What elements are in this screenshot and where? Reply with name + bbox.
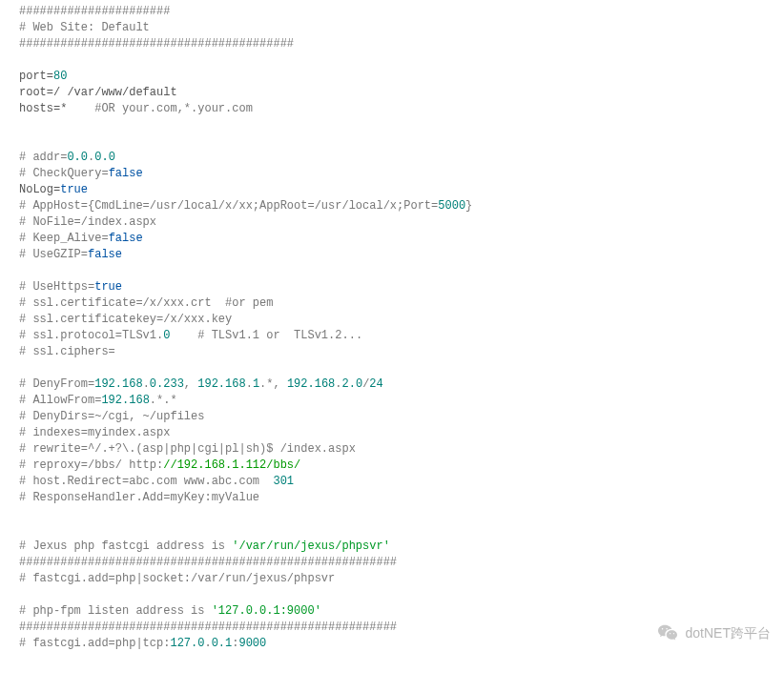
config-line: NoLog=true [19, 182, 780, 198]
config-line: # ssl.ciphers= [19, 344, 780, 360]
config-line: ###################### [19, 4, 780, 20]
config-line: root=/ /var/www/default [19, 85, 780, 101]
blank-line [19, 133, 780, 150]
config-line: # AppHost={CmdLine=/usr/local/x/xx;AppRo… [19, 198, 780, 214]
config-line: # NoFile=/index.aspx [19, 214, 780, 231]
config-line: # UseGZIP=false [19, 247, 780, 263]
inline-comment: #or pem [225, 296, 273, 310]
blank-line [19, 117, 780, 133]
ip-segment: 0.0 [94, 151, 115, 164]
commented-key: # reproxy=/bbs/ http: [19, 458, 163, 472]
http-status: 301 [273, 475, 294, 488]
config-line: # ssl.certificate=/x/xxx.crt #or pem [19, 295, 780, 312]
commented-key: # host.Redirect=abc.com www.abc.com [19, 475, 273, 488]
section-divider: ########################################… [19, 621, 397, 634]
config-line: # AllowFrom=192.168.*.* [19, 393, 780, 409]
config-line: ######################################## [19, 36, 780, 52]
ip-segment: 127.0 [170, 637, 204, 650]
config-line: # php-fpm listen address is '127.0.0.1:9… [19, 603, 780, 620]
commented-key: # AppHost={CmdLine=/usr/local/x/xx;AppRo… [19, 199, 438, 213]
config-line: # DenyFrom=192.168.0.233, 192.168.1.*, 1… [19, 377, 780, 393]
config-line: # Jexus php fastcgi address is '/var/run… [19, 539, 780, 555]
blank-line [19, 522, 780, 539]
value-port: 5000 [438, 199, 465, 213]
key-root: root=/ /var/www/default [19, 86, 177, 99]
value-true: true [94, 280, 122, 294]
ip-segment: 1 [253, 377, 259, 391]
config-line: # UseHttps=true [19, 279, 780, 295]
blank-line [19, 263, 780, 279]
watermark-text: dotNET跨平台 [686, 625, 771, 641]
inline-comment: # TLSv1.1 or TLSv1.2... [197, 329, 362, 342]
ip-segment: 0.1 [212, 637, 233, 650]
key-nolog: NoLog= [19, 183, 60, 196]
config-line: hosts=* #OR your.com,*.your.com [19, 101, 780, 117]
value-false: false [109, 232, 143, 245]
watermark: dotNET跨平台 [657, 623, 771, 642]
commented-key: # rewrite=^/.+?\.(asp|php|cgi|pl|sh)$ /i… [19, 442, 356, 456]
commented-key: # ssl.protocol=TLSv1. [19, 329, 163, 342]
config-line: # reproxy=/bbs/ http://192.168.1.112/bbs… [19, 458, 780, 474]
value-false: false [88, 248, 122, 261]
config-line: # ResponseHandler.Add=myKey:myValue [19, 490, 780, 506]
commented-key: # DenyDirs=~/cgi, ~/upfiles [19, 410, 204, 423]
commented-key: # ssl.ciphers= [19, 345, 115, 358]
section-header: # Web Site: Default [19, 21, 150, 34]
section-divider: ########################################… [19, 556, 397, 569]
config-line: # ssl.certificatekey=/x/xxx.key [19, 312, 780, 328]
wechat-icon [657, 623, 678, 642]
comment-text: # php-fpm listen address is [19, 604, 212, 618]
inline-comment: #OR your.com,*.your.com [94, 102, 253, 115]
section-divider: ###################### [19, 5, 170, 18]
commented-key: # ssl.certificatekey=/x/xxx.key [19, 313, 232, 326]
config-line: # ssl.protocol=TLSv1.0 # TLSv1.1 or TLSv… [19, 328, 780, 344]
ip-segment: 0.233 [150, 377, 184, 391]
config-line: # CheckQuery=false [19, 166, 780, 182]
blank-line [19, 506, 780, 522]
ip-segment: 192.168 [287, 377, 335, 391]
config-line: port=80 [19, 69, 780, 85]
commented-key: # ResponseHandler.Add=myKey:myValue [19, 491, 259, 504]
ip-segment: 2.0 [342, 377, 363, 391]
string-literal: '/var/run/jexus/phpsvr' [232, 539, 390, 553]
config-line: # rewrite=^/.+?\.(asp|php|cgi|pl|sh)$ /i… [19, 441, 780, 458]
value-false: false [109, 167, 143, 180]
blank-line [19, 360, 780, 377]
config-line: # Keep_Alive=false [19, 231, 780, 247]
ip-segment: 192.168 [197, 377, 245, 391]
ip-segment: 192.168 [94, 377, 142, 391]
config-line: # indexes=myindex.aspx [19, 425, 780, 441]
commented-key: # UseGZIP= [19, 248, 88, 261]
config-line: # fastcgi.add=php|socket:/var/run/jexus/… [19, 571, 780, 587]
comment-text: # Jexus php fastcgi address is [19, 539, 232, 553]
commented-key: # CheckQuery= [19, 167, 109, 180]
commented-key: # indexes=myindex.aspx [19, 426, 170, 439]
string-literal: '127.0.0.1:9000' [212, 604, 321, 618]
commented-key: # fastcgi.add=php|tcp: [19, 637, 170, 650]
value-port: 80 [53, 70, 67, 83]
commented-key: # ssl.certificate=/x/xxx.crt [19, 296, 225, 310]
commented-key: # NoFile=/index.aspx [19, 215, 156, 229]
blank-line [19, 587, 780, 603]
value-true: true [60, 183, 88, 196]
commented-key: # AllowFrom= [19, 394, 101, 407]
config-line: # addr=0.0.0.0 [19, 150, 780, 166]
commented-key: # addr= [19, 151, 67, 164]
key-port: port= [19, 70, 53, 83]
config-line: ########################################… [19, 555, 780, 571]
config-line: # Web Site: Default [19, 20, 780, 36]
commented-key: # Keep_Alive= [19, 232, 109, 245]
url-fragment: //192.168.1.112/bbs/ [163, 458, 300, 472]
blank-line [19, 52, 780, 69]
section-divider: ######################################## [19, 37, 294, 51]
commented-key: # UseHttps= [19, 280, 94, 294]
config-line: # host.Redirect=abc.com www.abc.com 301 [19, 474, 780, 490]
commented-key: # DenyFrom= [19, 377, 94, 391]
key-hosts: hosts=* [19, 102, 94, 115]
config-line: # DenyDirs=~/cgi, ~/upfiles [19, 409, 780, 425]
cidr-mask: 24 [369, 377, 382, 391]
ip-segment: 0.0 [67, 151, 88, 164]
ip-segment: 192.168 [101, 394, 149, 407]
commented-key: # fastcgi.add=php|socket:/var/run/jexus/… [19, 572, 335, 585]
port-number: 9000 [238, 637, 266, 650]
